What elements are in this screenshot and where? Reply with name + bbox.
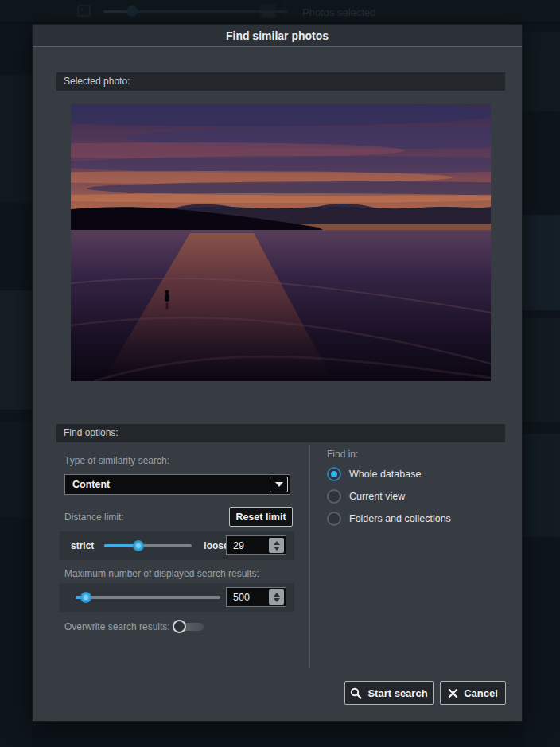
cancel-button[interactable]: Cancel (440, 681, 506, 705)
distance-slider[interactable] (104, 540, 192, 551)
find-in-label: Find in: (327, 449, 358, 460)
max-results-slider[interactable] (76, 592, 220, 603)
radio-whole-database[interactable]: Whole database (327, 467, 421, 481)
radio-label: Whole database (349, 469, 421, 480)
find-options-header: Find options: (56, 424, 505, 442)
reset-limit-button[interactable]: Reset limit (229, 507, 293, 527)
overwrite-results-toggle[interactable] (173, 620, 206, 634)
radio-current-view[interactable]: Current view (327, 489, 405, 504)
close-icon (448, 688, 458, 698)
max-results-spinbox[interactable]: 500 (226, 587, 286, 607)
options-divider (309, 445, 310, 669)
similarity-type-dropdown[interactable]: Content (64, 474, 290, 495)
cancel-label: Cancel (464, 687, 498, 699)
similarity-type-value: Content (65, 479, 270, 490)
start-search-label: Start search (368, 687, 427, 699)
strict-label: strict (71, 540, 94, 551)
radio-button-icon[interactable] (327, 467, 341, 481)
search-icon (350, 687, 362, 699)
radio-label: Current view (349, 491, 405, 502)
dropdown-arrow-button[interactable] (270, 477, 288, 492)
spinner-arrows-icon[interactable] (269, 538, 284, 553)
start-search-button[interactable]: Start search (344, 681, 434, 705)
selected-photo-header: Selected photo: (56, 72, 505, 91)
max-results-label: Maximum number of displayed search resul… (64, 568, 259, 579)
overwrite-results-label: Overwrite search results: (64, 621, 170, 632)
slider-thumb[interactable] (80, 592, 91, 603)
spin-up-icon[interactable] (274, 541, 280, 545)
chevron-down-icon (275, 482, 283, 487)
radio-button-icon[interactable] (327, 489, 341, 504)
slider-track[interactable] (76, 596, 220, 599)
selected-photo-image (71, 104, 491, 381)
radio-label: Folders and collections (349, 513, 451, 524)
radio-button-icon[interactable] (327, 512, 341, 526)
distance-value: 29 (227, 540, 269, 551)
spin-down-icon[interactable] (274, 547, 280, 551)
max-results-value: 500 (227, 592, 269, 603)
radio-folders-collections[interactable]: Folders and collections (327, 512, 451, 526)
spin-down-icon[interactable] (274, 598, 280, 602)
toggle-knob[interactable] (173, 620, 186, 633)
distance-limit-label: Distance limit: (64, 512, 124, 523)
loose-label: loose (204, 540, 228, 551)
find-similar-photos-dialog: Find similar photos Selected photo: (32, 24, 523, 722)
similarity-type-label: Type of similarity search: (64, 455, 169, 466)
dialog-title: Find similar photos (226, 29, 329, 42)
slider-thumb[interactable] (133, 540, 144, 551)
spinner-arrows-icon[interactable] (269, 589, 284, 605)
dialog-titlebar[interactable]: Find similar photos (33, 25, 522, 47)
spin-up-icon[interactable] (274, 593, 280, 597)
distance-value-spinbox[interactable]: 29 (226, 535, 286, 555)
